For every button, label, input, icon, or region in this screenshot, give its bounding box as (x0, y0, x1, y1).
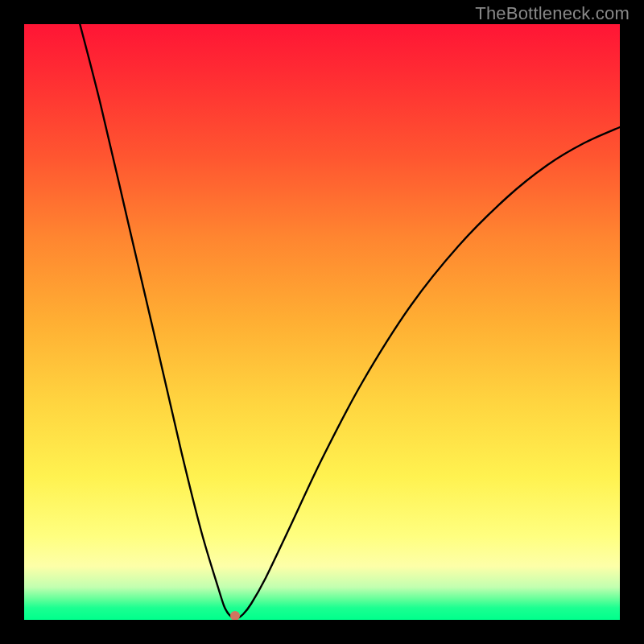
bottleneck-curve (79, 24, 620, 619)
chart-plot-area (24, 24, 620, 620)
optimal-point-marker (230, 611, 240, 620)
bottleneck-chart (24, 24, 620, 620)
watermark-text: TheBottleneck.com (475, 3, 630, 24)
